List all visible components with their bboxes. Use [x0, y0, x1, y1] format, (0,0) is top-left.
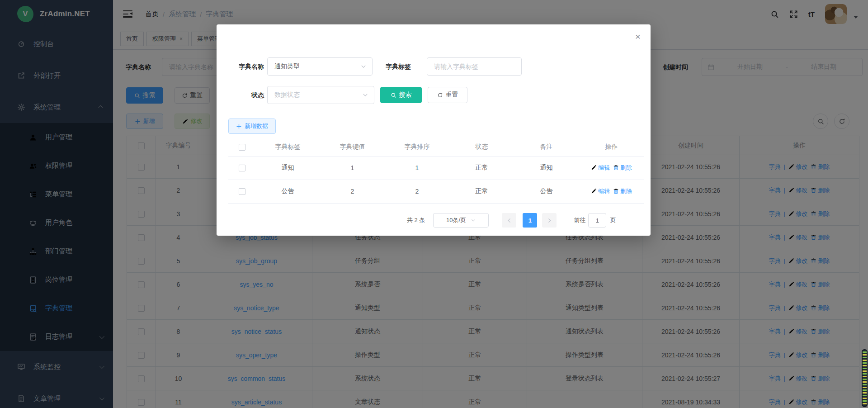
modal-row-checkbox[interactable] — [239, 188, 245, 195]
modal-row-action-delete-label: 删除 — [620, 187, 632, 195]
modal-status-placeholder: 数据状态 — [274, 91, 362, 99]
modal-status-label: 状态 — [217, 86, 264, 104]
chevron-down-icon — [471, 218, 476, 223]
close-icon[interactable]: × — [635, 32, 641, 41]
cell-dict-value: 2 — [320, 180, 385, 203]
cell-dict-label: 公告 — [255, 180, 320, 203]
page-size-value: 10条/页 — [446, 216, 466, 224]
cell-dict-label: 通知 — [255, 156, 320, 180]
modal-table-body: 通知 1 1 正常 通知 编辑 删除 公告 2 2 正常 公告 编辑 删除 — [228, 156, 644, 203]
modal-status-select[interactable]: 数据状态 — [267, 86, 374, 104]
modal-column-dict-sort: 字典排序 — [385, 138, 449, 156]
chevron-down-icon — [362, 92, 368, 98]
cell-dict-sort: 1 — [385, 156, 449, 180]
pencil-icon — [591, 165, 597, 171]
page-size-select[interactable]: 10条/页 — [433, 213, 489, 228]
trash-icon — [613, 165, 619, 171]
modal-row-action-edit-label: 编辑 — [598, 164, 610, 172]
modal-add-data-button[interactable]: 新增数据 — [228, 119, 276, 134]
dict-data-dialog: × 字典名称 通知类型 字典标签 状态 数据状态 搜索 重置 新增数据 字典标签… — [217, 24, 651, 236]
modal-dict-name-value: 通知类型 — [274, 62, 360, 71]
cell-status: 正常 — [449, 180, 514, 203]
modal-row-action-edit[interactable]: 编辑 — [591, 187, 610, 195]
cell-dict-value: 1 — [320, 156, 385, 180]
modal-table-header-row: 字典标签 字典键值 字典排序 状态 备注 操作 — [228, 138, 644, 156]
modal-column-dict-value: 字典键值 — [320, 138, 385, 156]
modal-table-row: 公告 2 2 正常 公告 编辑 删除 — [228, 180, 644, 203]
pagination-total: 共 2 条 — [407, 216, 425, 224]
modal-dict-label-input[interactable] — [427, 57, 522, 76]
modal-dict-name-label: 字典名称 — [217, 57, 264, 76]
modal-row-checkbox[interactable] — [239, 165, 245, 171]
cell-status: 正常 — [449, 156, 514, 180]
modal-row-action-edit-label: 编辑 — [598, 187, 610, 195]
page-unit-label: 页 — [610, 216, 616, 224]
page-number-button[interactable]: 1 — [523, 213, 537, 228]
modal-reset-button-label: 重置 — [446, 91, 458, 99]
cell-dict-sort: 2 — [385, 180, 449, 203]
cell-remark: 通知 — [514, 156, 579, 180]
modal-row-action-delete[interactable]: 删除 — [613, 164, 632, 172]
modal-dict-label-label: 字典标签 — [373, 57, 411, 76]
modal-column-actions: 操作 — [579, 138, 644, 156]
prev-page-button[interactable] — [502, 213, 516, 228]
modal-dict-name-select[interactable]: 通知类型 — [267, 57, 373, 76]
next-page-button[interactable] — [542, 213, 557, 228]
goto-page-input[interactable] — [588, 213, 606, 228]
modal-search-button-label: 搜索 — [399, 91, 412, 99]
modal-column-remark: 备注 — [514, 138, 579, 156]
modal-row-action-delete-label: 删除 — [620, 164, 632, 172]
modal-column-dict-label: 字典标签 — [255, 138, 320, 156]
modal-reset-button[interactable]: 重置 — [428, 87, 467, 103]
scrollbar[interactable] — [862, 349, 868, 407]
modal-dict-data-table: 字典标签 字典键值 字典排序 状态 备注 操作 通知 1 1 正常 通知 编辑 … — [228, 138, 644, 204]
modal-add-data-button-label: 新增数据 — [245, 122, 268, 130]
modal-row-action-edit[interactable]: 编辑 — [591, 164, 610, 172]
modal-select-all-checkbox[interactable] — [239, 144, 245, 151]
trash-icon — [613, 188, 619, 194]
goto-page-label: 前往 — [574, 216, 585, 224]
chevron-down-icon — [360, 63, 367, 70]
modal-search-button[interactable]: 搜索 — [380, 87, 422, 103]
pencil-icon — [591, 188, 597, 194]
cell-remark: 公告 — [514, 180, 579, 203]
modal-table-row: 通知 1 1 正常 通知 编辑 删除 — [228, 156, 644, 180]
modal-row-action-delete[interactable]: 删除 — [613, 187, 632, 195]
modal-column-status: 状态 — [449, 138, 514, 156]
modal-pagination: 共 2 条 10条/页 1 前往 页 — [407, 213, 616, 228]
app-window: V ZrAdmin.NET 控制台 外部打开 系统管理 用户管理 — [0, 0, 868, 408]
